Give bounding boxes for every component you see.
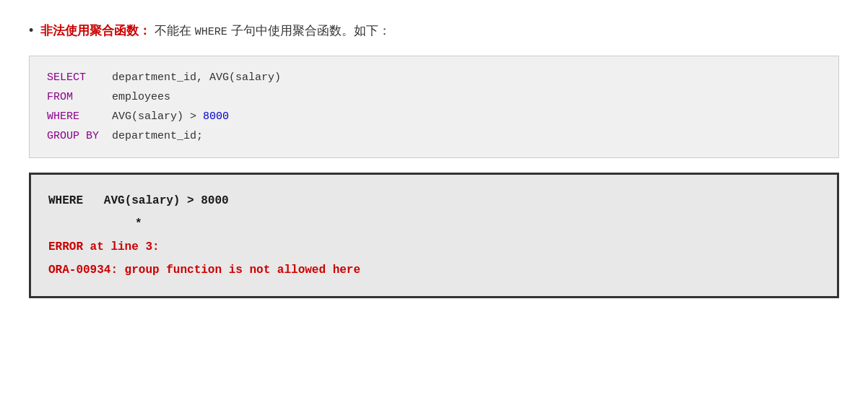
groupby-content: department_id;	[112, 126, 203, 146]
code-line-where: WHERE AVG(salary) > 8000	[47, 107, 821, 126]
description-prefix: 不能在	[155, 24, 191, 38]
select-keyword: SELECT	[47, 68, 112, 87]
where-keyword-inline: WHERE	[195, 26, 227, 38]
from-keyword: FROM	[47, 87, 112, 107]
error-where-keyword: WHERE	[48, 194, 83, 207]
bullet-dot: •	[29, 23, 33, 38]
error-asterisk: *	[135, 212, 820, 235]
bullet-text: 非法使用聚合函数： 不能在 WHERE 子句中使用聚合函数。如下：	[40, 22, 390, 41]
sql-code-block: SELECT department_id, AVG(salary) FROM e…	[29, 56, 839, 158]
illegal-aggregate-label: 非法使用聚合函数：	[40, 24, 151, 38]
error-where-content: AVG(salary) > 8000	[104, 194, 229, 207]
error-block: WHERE AVG(salary) > 8000 * ERROR at line…	[29, 173, 839, 298]
error-asterisk-line: *	[48, 212, 820, 235]
bullet-section: • 非法使用聚合函数： 不能在 WHERE 子句中使用聚合函数。如下：	[29, 22, 839, 41]
from-content: employees	[112, 87, 170, 107]
error-line2: ORA-00934: group function is not allowed…	[48, 259, 820, 282]
error-line1: ERROR at line 3:	[48, 235, 820, 259]
where-keyword: WHERE	[47, 107, 112, 126]
groupby-keyword: GROUP BY	[47, 126, 112, 146]
code-line-select: SELECT department_id, AVG(salary)	[47, 68, 821, 87]
code-line-groupby: GROUP BY department_id;	[47, 126, 821, 146]
code-line-from: FROM employees	[47, 87, 821, 107]
error-where-line: WHERE AVG(salary) > 8000	[48, 189, 820, 212]
description-suffix: 子句中使用聚合函数。如下：	[231, 24, 391, 38]
where-content: AVG(salary) > 8000	[112, 107, 229, 126]
where-number: 8000	[203, 110, 229, 123]
select-content: department_id, AVG(salary)	[112, 68, 281, 87]
